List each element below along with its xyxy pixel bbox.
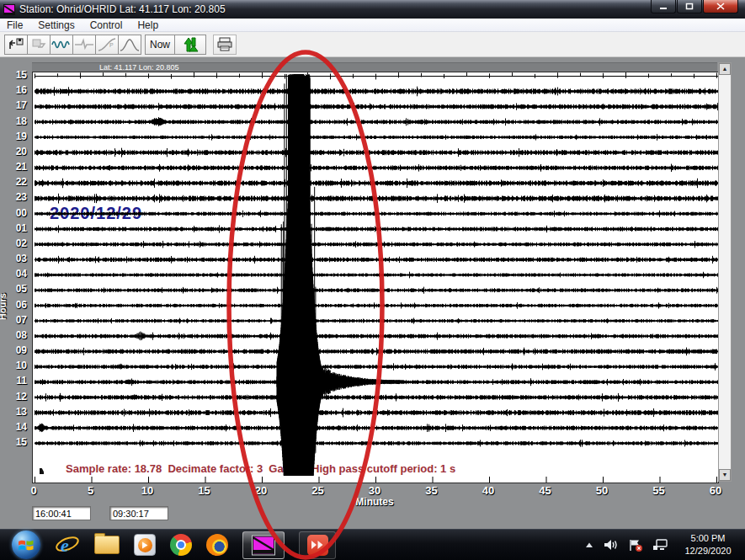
helicorder-panel: Lat: 41.117 Lon: 20.805 2020/12/29 Sampl… [0,57,745,529]
hour-label: 20 [3,146,27,157]
file-explorer-icon[interactable] [94,536,120,554]
gaussian-filter-button[interactable] [118,35,141,55]
response-curve-button[interactable]: P [95,35,119,55]
minute-tick-label: 15 [191,484,218,497]
hour-label: 16 [3,84,27,96]
minute-tick-label: 50 [588,484,615,497]
hour-label: 12 [3,391,27,403]
waveform-button[interactable] [50,35,73,55]
maximize-button[interactable] [677,0,702,13]
app-icon [3,4,15,15]
title-bar: Station: Ohrid/OHRID Lat: 41.117 Lon: 20… [0,0,745,19]
action-center-flag-icon[interactable] [628,539,643,552]
hour-label: 21 [3,161,27,173]
hour-label: 02 [3,237,27,249]
menu-item-settings[interactable]: Settings [38,19,74,31]
hour-label: 00 [3,207,27,219]
chrome-icon[interactable] [170,534,192,556]
show-hidden-icons-icon[interactable] [584,541,594,548]
close-button[interactable] [703,0,738,13]
seismograph-app-icon [251,535,276,556]
minute-tick-label: 25 [305,484,332,497]
hour-label: 19 [3,131,27,142]
minimize-button[interactable] [651,0,676,13]
hour-label: 18 [3,115,27,127]
hour-label: 01 [3,222,27,234]
start-time-field[interactable] [32,506,91,520]
taskbar: e [0,529,745,560]
elapsed-time-field[interactable] [109,506,168,520]
volume-icon[interactable] [604,539,619,551]
hour-label: 08 [3,329,27,341]
hour-label: 23 [3,191,27,203]
menu-item-help[interactable]: Help [137,19,158,31]
print-button[interactable] [213,35,237,55]
hour-label: 15 [3,69,27,81]
minute-tick-label: 0 [20,484,47,497]
menu-item-file[interactable]: File [7,19,23,31]
minute-tick-label: 55 [646,484,673,497]
plot-area: 2020/12/29 Sample rate: 18.78 Decimate f… [32,72,719,483]
network-icon[interactable] [652,539,668,551]
clock-time: 5:00 PM [678,532,738,545]
menu-bar: FileSettingsControlHelp [0,19,745,32]
hour-label: 22 [3,176,27,188]
media-player-icon[interactable] [134,534,156,556]
hour-label: 10 [3,360,27,371]
trace-spike-button-disabled[interactable] [72,35,96,55]
minute-tick-label: 45 [532,484,559,497]
firefox-icon[interactable] [206,534,228,556]
clock-date: 12/29/2020 [678,545,738,557]
hours-axis-label: Hours [0,293,8,320]
hour-label: 09 [3,344,27,356]
menu-item-control[interactable]: Control [90,19,123,31]
minute-tick-label: 40 [475,484,502,497]
remote-desktop-app-taskbar-button[interactable] [299,531,336,559]
minute-tick-label: 10 [134,484,161,497]
minute-tick-label: 30 [361,484,388,497]
hour-label: 15 [3,436,27,448]
minute-tick-label: 60 [702,484,729,497]
open-seismogram-button[interactable] [4,35,28,55]
plot-header-latlon: Lat: 41.117 Lon: 20.805 [32,62,717,72]
minute-tick-label: 20 [247,484,274,497]
window-title: Station: Ohrid/OHRID Lat: 41.117 Lon: 20… [19,3,226,15]
toolbar: P Now [0,32,745,57]
play-icon [138,538,152,552]
internet-explorer-icon[interactable]: e [55,533,80,557]
windows-flag-icon [18,537,35,552]
window-controls [650,0,738,13]
vertical-scrollbar[interactable]: ▲ ▼ [718,62,732,482]
scroll-up-arrow[interactable]: ▲ [719,63,731,75]
seismograph-app-taskbar-button[interactable] [242,531,285,559]
scroll-down-arrow[interactable]: ▼ [719,469,731,481]
minutes-axis-label: Minutes [345,496,404,508]
minute-tick-label: 5 [77,484,104,497]
hour-label: 03 [3,253,27,264]
minute-tick-label: 35 [418,484,445,497]
svg-text:e: e [61,535,69,556]
hour-label: 04 [3,268,27,280]
taskbar-clock[interactable]: 5:00 PM 12/29/2020 [678,532,738,557]
copy-button-disabled[interactable] [27,35,51,55]
svg-text:P: P [109,42,114,48]
helicorder-canvas [33,72,718,483]
hour-label: 14 [3,421,27,433]
hour-label: 13 [3,406,27,418]
scroll-up-down-button[interactable] [174,35,206,55]
hour-label: 17 [3,99,27,111]
system-tray: 5:00 PM 12/29/2020 [584,532,738,557]
now-button[interactable]: Now [145,35,175,55]
start-button[interactable] [12,531,40,559]
hour-label: 11 [3,375,27,387]
remote-desktop-app-icon [307,535,328,556]
